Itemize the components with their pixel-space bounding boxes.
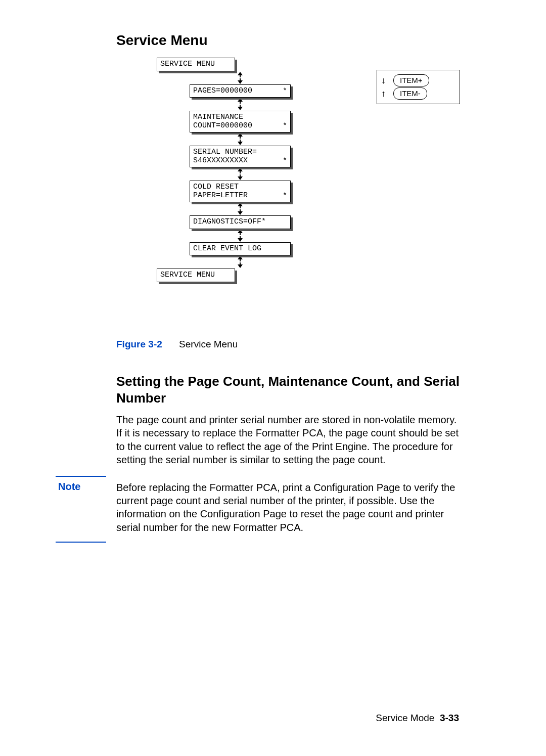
legend-item-minus: ITEM-	[393, 87, 427, 100]
star-icon: *	[283, 122, 287, 131]
diagram-connector	[190, 229, 291, 242]
note-rule	[56, 476, 106, 477]
heading-service-menu: Service Menu	[116, 32, 460, 49]
diagram-text: SERIAL NUMBER=	[193, 148, 287, 157]
diagram-connector	[190, 167, 291, 181]
legend-box: ↓ ITEM+ ↑ ITEM-	[377, 70, 460, 104]
diagram-text: PAPER=LETTER	[193, 192, 287, 200]
arrow-up-down-icon	[236, 167, 244, 181]
figure-caption: Figure 3-2 Service Menu	[116, 339, 460, 350]
diagram-box-bottom: SERVICE MENU	[157, 269, 235, 282]
diagram-text: COLD RESET	[193, 183, 287, 192]
note-label: Note	[58, 481, 80, 493]
note-rule	[56, 542, 106, 543]
figure-number: Figure 3-2	[116, 339, 162, 349]
arrow-up-icon: ↑	[381, 89, 388, 98]
diagram-text: MAINTENANCE	[193, 113, 287, 122]
page-footer: Service Mode 3-33	[376, 713, 459, 724]
figure-title: Service Menu	[179, 339, 238, 349]
arrow-up-down-icon	[236, 98, 244, 111]
diagram-connector	[190, 132, 291, 146]
diagram-box-cleareventlog: CLEAR EVENT LOG	[190, 242, 291, 256]
diagram-text: S46XXXXXXXXX	[193, 157, 287, 165]
diagram-box-pages: PAGES=0000000 *	[190, 84, 291, 98]
star-icon: *	[283, 87, 287, 96]
diagram-box-top: SERVICE MENU	[157, 58, 235, 71]
arrow-up-down-icon	[236, 132, 244, 146]
diagram-connector	[190, 202, 291, 215]
legend-item-plus: ITEM+	[393, 74, 429, 86]
diagram-box-maintenance: MAINTENANCE COUNT=0000000 *	[190, 111, 291, 132]
footer-page-number: 3-33	[440, 713, 459, 723]
diagram-box-coldreset: COLD RESET PAPER=LETTER *	[190, 181, 291, 202]
star-icon: *	[283, 192, 287, 201]
diagram-connector	[190, 98, 291, 111]
note-block: Note Before replacing the Formatter PCA,…	[116, 481, 460, 535]
footer-section: Service Mode	[376, 713, 434, 723]
service-menu-diagram: SERVICE MENU PAGES=0000000 * MAINTENANCE…	[116, 58, 460, 331]
diagram-connector	[190, 255, 291, 269]
diagram-text: PAGES=0000000	[193, 87, 287, 96]
diagram-text: DIAGNOSTICS=OFF*	[193, 218, 287, 227]
diagram-connector	[190, 71, 291, 84]
diagram-box-serial: SERIAL NUMBER= S46XXXXXXXXX *	[190, 146, 291, 167]
diagram-box-diagnostics: DIAGNOSTICS=OFF*	[190, 215, 291, 229]
star-icon: *	[283, 157, 287, 166]
diagram-text: CLEAR EVENT LOG	[193, 245, 287, 253]
note-text: Before replacing the Formatter PCA, prin…	[116, 481, 460, 535]
arrow-up-down-icon	[236, 202, 244, 215]
heading-setting: Setting the Page Count, Maintenance Coun…	[116, 373, 460, 406]
arrow-down-icon: ↓	[381, 76, 388, 85]
diagram-text: COUNT=0000000	[193, 122, 287, 130]
paragraph-main: The page count and printer serial number…	[116, 413, 460, 467]
arrow-up-down-icon	[236, 229, 244, 242]
arrow-up-down-icon	[236, 255, 244, 269]
arrow-up-down-icon	[236, 71, 244, 84]
